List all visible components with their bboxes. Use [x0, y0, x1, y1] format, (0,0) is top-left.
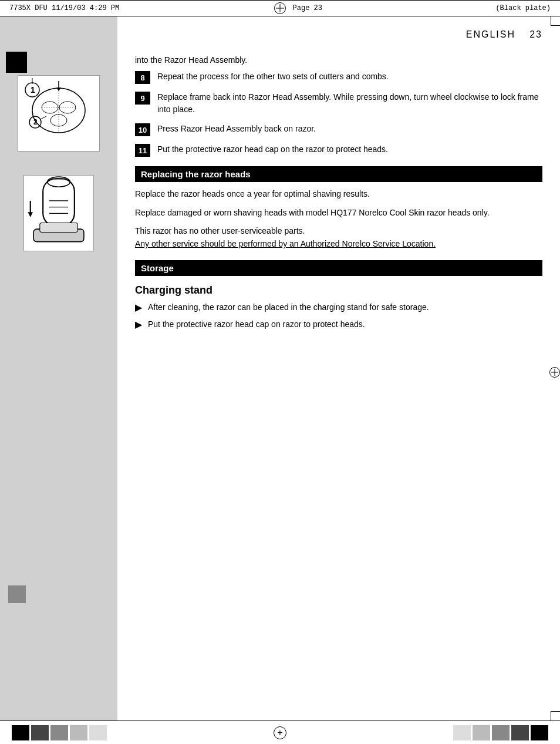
svg-text:1: 1: [31, 85, 35, 95]
page-container: 1 2: [0, 16, 560, 721]
storage-header: Storage: [135, 260, 542, 276]
registration-mark-header: [274, 2, 286, 14]
replacing-para1: Replace the razor heads once a year for …: [135, 188, 542, 201]
step-11-badge: 11: [135, 144, 150, 157]
bullet-2: ▶ Put the protective razor head cap on r…: [135, 318, 542, 331]
footer-sq-4: [70, 725, 87, 740]
bullet-2-text: Put the protective razor head cap on raz…: [148, 318, 365, 331]
header-right: (Black plate): [495, 4, 551, 12]
replacing-header: Replacing the razor heads: [135, 166, 542, 182]
page-number: 23: [529, 29, 542, 39]
intro-text: into the Razor Head Assembly.: [135, 47, 542, 70]
footer-sq-r1: [453, 725, 471, 740]
charging-stand-svg: [24, 176, 93, 251]
section-title: ENGLISH 23: [135, 16, 542, 47]
svg-line-11: [41, 116, 46, 119]
footer-sq-2: [31, 725, 49, 740]
footer-sq-3: [50, 725, 68, 740]
gray-square-decoration: [8, 585, 26, 603]
bullet-1-text: After cleaning, the razor can be placed …: [148, 301, 429, 314]
footer-sq-r2: [473, 725, 490, 740]
step-8-text: Repeat the process for the other two set…: [157, 70, 389, 83]
step-8-badge: 8: [135, 71, 150, 84]
step-10-badge: 10: [135, 123, 150, 136]
header-bar: 7735X DFU 11/19/03 4:29 PM Page 23 (Blac…: [0, 0, 560, 16]
replacing-para2: Replace damaged or worn shaving heads wi…: [135, 207, 542, 220]
step-10-text: Press Razor Head Assembly back on razor.: [157, 123, 316, 135]
step-11: 11 Put the protective razor head cap on …: [135, 143, 542, 157]
svg-text:2: 2: [33, 118, 38, 126]
bullet-arrow-1: ▶: [135, 302, 142, 313]
razor-diagram-svg: 1 2: [21, 78, 97, 149]
header-page: Page 23: [293, 4, 322, 12]
bullet-1: ▶ After cleaning, the razor can be place…: [135, 301, 542, 314]
para3-normal: This razor has no other user-serviceable…: [135, 226, 305, 235]
footer-sq-1: [12, 725, 29, 740]
charging-stand-heading: Charging stand: [135, 284, 542, 297]
footer-sq-5: [89, 725, 107, 740]
footer-bar: [0, 721, 560, 744]
svg-marker-13: [56, 87, 61, 91]
svg-rect-17: [40, 223, 77, 232]
footer-sq-r4: [511, 725, 529, 740]
footer-squares-right: [453, 725, 548, 740]
footer-squares-left: [12, 725, 107, 740]
footer-registration-mark: [274, 726, 286, 739]
header-left: 7735X DFU 11/19/03 4:29 PM: [9, 4, 119, 12]
step-8: 8 Repeat the process for the other two s…: [135, 70, 542, 84]
black-square-decoration: [6, 52, 27, 73]
step-11-text: Put the protective razor head cap on the…: [157, 143, 388, 156]
step-9-badge: 9: [135, 92, 150, 105]
main-content: ENGLISH 23 into the Razor Head Assembly.…: [117, 16, 560, 721]
step-10: 10 Press Razor Head Assembly back on raz…: [135, 123, 542, 136]
bullet-arrow-2: ▶: [135, 319, 142, 330]
footer-sq-r5: [531, 725, 548, 740]
replacing-para3: This razor has no other user-serviceable…: [135, 225, 542, 250]
razor-diagram-top: 1 2: [18, 75, 100, 152]
svg-rect-14: [43, 179, 75, 225]
footer-sq-r3: [492, 725, 510, 740]
para3-underlined: Any other service should be performed by…: [135, 239, 436, 248]
step-9: 9 Replace frame back into Razor Head Ass…: [135, 91, 542, 116]
left-sidebar: 1 2: [0, 16, 117, 721]
english-label: ENGLISH: [466, 29, 515, 39]
svg-marker-19: [28, 212, 33, 217]
razor-diagram-bottom: [23, 175, 94, 251]
step-9-text: Replace frame back into Razor Head Assem…: [157, 91, 542, 116]
